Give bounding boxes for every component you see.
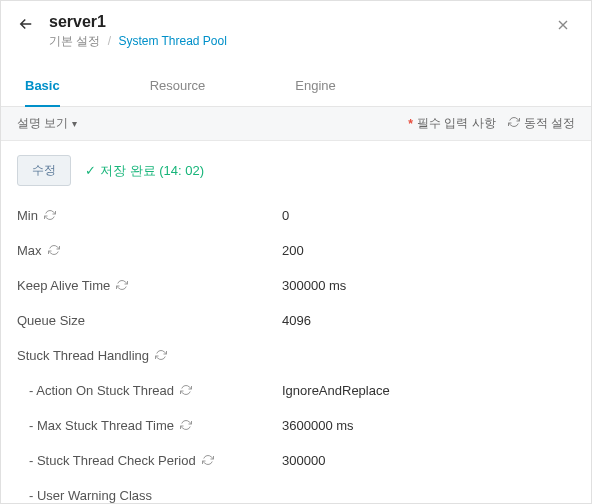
label-check-period: - Stuck Thread Check Period [17,453,282,468]
value-max-stuck: 3600000 ms [282,418,354,433]
label-action-stuck: - Action On Stuck Thread [17,383,282,398]
required-label: 필수 입력 사항 [417,115,496,132]
dynamic-label: 동적 설정 [524,115,575,132]
refresh-icon[interactable] [155,349,167,363]
refresh-icon[interactable] [180,384,192,398]
close-button[interactable] [551,13,575,42]
tab-resource[interactable]: Resource [150,66,206,106]
value-queue: 4096 [282,313,311,328]
row-max-stuck: - Max Stuck Thread Time 3600000 ms [17,408,575,443]
save-status: ✓ 저장 완료 (14: 02) [85,162,204,180]
actions-bar: 수정 ✓ 저장 완료 (14: 02) [1,141,591,194]
breadcrumb: 기본 설정 / System Thread Pool [49,33,551,50]
fields: Min 0 Max 200 Keep Alive Time 300000 ms … [1,194,591,504]
breadcrumb-sep: / [108,34,111,48]
breadcrumb-root[interactable]: 기본 설정 [49,34,100,48]
row-stuck-heading: Stuck Thread Handling [17,338,575,373]
row-keepalive: Keep Alive Time 300000 ms [17,268,575,303]
breadcrumb-current[interactable]: System Thread Pool [118,34,227,48]
value-min: 0 [282,208,289,223]
chevron-down-icon: ▾ [72,118,77,129]
edit-button[interactable]: 수정 [17,155,71,186]
value-check-period: 300000 [282,453,325,468]
label-min-text: Min [17,208,38,223]
label-stuck-heading: Stuck Thread Handling [17,348,282,363]
tab-basic[interactable]: Basic [25,66,60,107]
label-min: Min [17,208,282,223]
label-check-period-text: - Stuck Thread Check Period [29,453,196,468]
label-user-warn: - User Warning Class [17,488,282,503]
label-max-stuck: - Max Stuck Thread Time [17,418,282,433]
label-action-stuck-text: - Action On Stuck Thread [29,383,174,398]
row-queue: Queue Size 4096 [17,303,575,338]
tabs: Basic Resource Engine [1,66,591,107]
refresh-icon[interactable] [202,454,214,468]
check-icon: ✓ [85,163,96,178]
label-queue: Queue Size [17,313,282,328]
label-max-text: Max [17,243,42,258]
required-star-icon: * [408,117,413,131]
page-title: server1 [49,13,551,31]
row-user-warn: - User Warning Class [17,478,575,504]
label-stuck-heading-text: Stuck Thread Handling [17,348,149,363]
refresh-icon[interactable] [48,244,60,258]
row-action-stuck: - Action On Stuck Thread IgnoreAndReplac… [17,373,575,408]
description-toggle[interactable]: 설명 보기 ▾ [17,115,77,132]
label-keepalive: Keep Alive Time [17,278,282,293]
label-max-stuck-text: - Max Stuck Thread Time [29,418,174,433]
tab-engine[interactable]: Engine [295,66,335,106]
save-status-text: 저장 완료 (14: 02) [100,162,204,180]
value-keepalive: 300000 ms [282,278,346,293]
label-keepalive-text: Keep Alive Time [17,278,110,293]
description-toggle-label: 설명 보기 [17,115,68,132]
refresh-icon[interactable] [180,419,192,433]
value-action-stuck: IgnoreAndReplace [282,383,390,398]
label-max: Max [17,243,282,258]
label-user-warn-text: - User Warning Class [29,488,152,503]
toolbar: 설명 보기 ▾ * 필수 입력 사항 동적 설정 [1,107,591,141]
header-text: server1 기본 설정 / System Thread Pool [49,13,551,50]
refresh-icon [508,116,520,131]
back-button[interactable] [17,15,35,38]
refresh-icon[interactable] [116,279,128,293]
row-max: Max 200 [17,233,575,268]
refresh-icon[interactable] [44,209,56,223]
row-min: Min 0 [17,198,575,233]
row-check-period: - Stuck Thread Check Period 300000 [17,443,575,478]
label-queue-text: Queue Size [17,313,85,328]
value-max: 200 [282,243,304,258]
